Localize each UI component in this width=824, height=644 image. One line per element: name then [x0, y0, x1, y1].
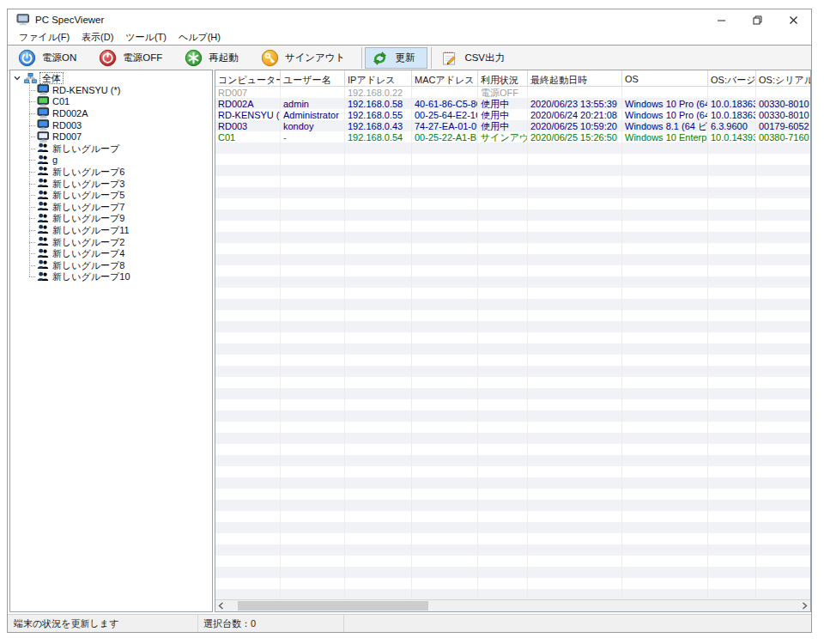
- tree-root-label[interactable]: 全体: [39, 72, 64, 84]
- table-cell: [708, 544, 756, 556]
- table-cell: [478, 567, 528, 578]
- tree-item[interactable]: 新しいグループ8: [37, 259, 212, 271]
- column-header[interactable]: 最終起動日時: [528, 70, 622, 87]
- scroll-left-arrow-icon[interactable]: [215, 600, 227, 611]
- table-cell: [215, 556, 281, 567]
- tree-item[interactable]: 新しいグループ4: [37, 247, 212, 259]
- column-header[interactable]: OS:バージ...: [708, 70, 756, 87]
- table-cell: [345, 355, 412, 366]
- table-cell: [478, 210, 528, 221]
- table-cell: [345, 276, 412, 288]
- table-cell: [345, 399, 412, 410]
- tree-item[interactable]: 新しいグループ7: [37, 201, 212, 213]
- table-cell: [345, 221, 412, 232]
- column-header[interactable]: ユーザー名: [281, 70, 345, 87]
- column-header[interactable]: IPアドレス: [345, 70, 412, 87]
- scrollbar-track[interactable]: [227, 600, 799, 611]
- table-cell: Windows 10 Enterpri...: [622, 131, 708, 143]
- tree-item[interactable]: RD002A: [37, 107, 212, 119]
- column-header[interactable]: 利用状況: [478, 70, 528, 87]
- power-off-button[interactable]: 電源OFF: [93, 47, 175, 69]
- table-cell: [756, 310, 810, 321]
- scrollbar-thumb[interactable]: [238, 601, 428, 611]
- tree-item[interactable]: C01: [37, 96, 212, 108]
- table-empty-row: [215, 332, 810, 343]
- column-header[interactable]: OS: [622, 70, 708, 87]
- table-cell: [708, 489, 756, 500]
- column-header[interactable]: MACアドレス: [412, 70, 478, 87]
- table-cell: [708, 232, 756, 243]
- tree-item[interactable]: g: [37, 155, 212, 167]
- horizontal-scrollbar[interactable]: [215, 599, 810, 611]
- table-cell: [708, 422, 756, 433]
- tree-item-label: 新しいグループ6: [52, 167, 124, 177]
- table-cell: [528, 477, 622, 489]
- table-cell: [708, 522, 756, 533]
- table-cell: [281, 433, 345, 444]
- chevron-down-icon[interactable]: [13, 74, 21, 82]
- tree-root-item[interactable]: 全体: [10, 72, 212, 84]
- tree-item[interactable]: 新しいグループ2: [37, 236, 212, 248]
- table-cell: [345, 489, 412, 500]
- tree-item[interactable]: 新しいグループ: [37, 143, 212, 155]
- table-cell: [345, 343, 412, 355]
- tree-item[interactable]: 新しいグループ10: [37, 271, 212, 283]
- table-row[interactable]: RD003kondoy192.168.0.4374-27-EA-01-09-C2…: [215, 120, 810, 131]
- table-row[interactable]: RD007192.168.0.22電源OFF: [215, 87, 810, 98]
- column-header[interactable]: OS:シリアル: [756, 70, 811, 87]
- tree-item[interactable]: RD003: [37, 119, 212, 131]
- minimize-button[interactable]: [703, 9, 739, 30]
- close-button[interactable]: [775, 9, 811, 30]
- power-on-icon: [18, 49, 36, 67]
- csv-export-button[interactable]: CSV出力: [434, 47, 518, 69]
- tree-item[interactable]: 新しいグループ3: [37, 178, 212, 190]
- table-cell: [622, 500, 708, 511]
- table-cell: [622, 399, 708, 410]
- table-cell: [478, 265, 528, 276]
- tree-item[interactable]: RD007: [37, 131, 212, 143]
- restore-button[interactable]: [739, 9, 775, 30]
- group-icon: [37, 143, 50, 154]
- tree-item[interactable]: 新しいグループ5: [37, 189, 212, 201]
- tree-item[interactable]: 新しいグループ9: [37, 213, 212, 225]
- table-cell: [756, 567, 810, 578]
- sign-out-button[interactable]: サインアウト: [255, 47, 359, 69]
- table-row[interactable]: C01-192.168.0.5400-25-22-A1-BB-2Dサインアウト2…: [215, 131, 810, 143]
- tree-item[interactable]: 新しいグループ11: [37, 224, 212, 236]
- column-header[interactable]: コンピューター名: [215, 70, 281, 87]
- table-row[interactable]: RD-KENSYU (*)Administrator192.168.0.5500…: [215, 109, 810, 120]
- table-cell: [528, 422, 622, 433]
- table-cell: [345, 210, 412, 221]
- menu-item[interactable]: ファイル(F): [13, 31, 76, 44]
- table-cell: [345, 232, 412, 243]
- table-cell: [708, 377, 756, 388]
- tree-item-label: 新しいグループ5: [52, 190, 124, 200]
- table-empty-row: [215, 165, 810, 176]
- table-cell: [215, 377, 281, 388]
- table-cell: [215, 522, 281, 533]
- table-cell: [345, 310, 412, 321]
- table-cell: [281, 466, 345, 477]
- table-cell: 192.168.0.58: [345, 98, 412, 109]
- table-cell: [708, 187, 756, 198]
- refresh-button[interactable]: 更新: [365, 47, 427, 69]
- scroll-right-arrow-icon[interactable]: [799, 600, 810, 611]
- table-row[interactable]: RD002Aadmin192.168.0.5840-61-86-C5-8C-CA…: [215, 98, 810, 109]
- menu-item[interactable]: 表示(D): [76, 31, 119, 44]
- restart-button[interactable]: 再起動: [179, 47, 251, 69]
- table-empty-row: [215, 243, 810, 254]
- table-cell: [215, 489, 281, 500]
- table-cell: [412, 143, 478, 154]
- power-on-button[interactable]: 電源ON: [12, 47, 89, 69]
- table-cell: [756, 254, 810, 265]
- menu-item[interactable]: ツール(T): [119, 31, 173, 44]
- table-cell: [215, 254, 281, 265]
- menu-item[interactable]: ヘルプ(H): [173, 31, 227, 44]
- tree-item[interactable]: RD-KENSYU (*): [37, 84, 212, 96]
- table-cell: [215, 544, 281, 556]
- table-cell: [215, 221, 281, 232]
- table-empty-row: [215, 544, 810, 556]
- tree-item[interactable]: 新しいグループ6: [37, 166, 212, 178]
- table-cell: [478, 288, 528, 299]
- table-cell: [215, 567, 281, 578]
